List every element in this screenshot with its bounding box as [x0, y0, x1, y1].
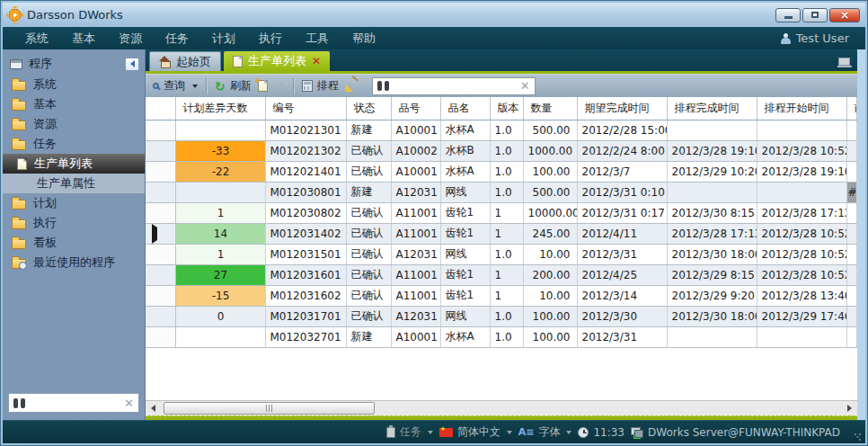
- cell-diff[interactable]: -33: [175, 140, 265, 161]
- cell-qty[interactable]: 10.00: [523, 244, 577, 264]
- cell-expected-finish[interactable]: 2012/3/31: [577, 326, 667, 347]
- cell-code[interactable]: M012032701: [265, 326, 346, 347]
- clear-search-icon[interactable]: ✕: [520, 80, 530, 92]
- edit-button[interactable]: [274, 80, 285, 93]
- cell-sched-finish[interactable]: [667, 120, 757, 140]
- cell-version[interactable]: 1.0: [490, 140, 523, 161]
- table-row[interactable]: -22M012021401已确认A10001水杯A1.0100.002012/3…: [146, 161, 856, 182]
- column-header[interactable]: 期望完成时间: [577, 97, 667, 120]
- cell-part-no[interactable]: A12031: [391, 306, 440, 326]
- cell-sched-start[interactable]: [757, 326, 846, 347]
- cell-sched-start[interactable]: 2012/3/29 17:46: [757, 306, 846, 326]
- cell-part-no[interactable]: A12031: [391, 244, 440, 264]
- cell-status[interactable]: 已确认: [346, 202, 391, 223]
- cell-status[interactable]: 已确认: [346, 285, 391, 306]
- cell-sched-start[interactable]: [757, 120, 846, 140]
- refresh-button[interactable]: ↻ 刷新: [215, 78, 252, 94]
- cell-part-name[interactable]: 水杯A: [440, 326, 490, 347]
- cell-extra[interactable]: [846, 326, 856, 347]
- cell-expected-finish[interactable]: 2012/3/30: [577, 306, 667, 326]
- cell-expected-finish[interactable]: 2012/2/24 8:00: [577, 140, 667, 161]
- cell-status[interactable]: 新建: [346, 120, 391, 140]
- menu-item[interactable]: 执行: [247, 27, 294, 49]
- sidebar-item[interactable]: 看板: [3, 233, 145, 253]
- cell-expected-finish[interactable]: 2012/3/14: [577, 285, 667, 306]
- cell-sched-finish[interactable]: 2012/3/30 18:00: [667, 244, 757, 264]
- title-bar[interactable]: Darsson DWorks ×: [3, 3, 865, 27]
- language-menu[interactable]: 简体中文: [439, 424, 512, 440]
- column-header[interactable]: 版本: [490, 97, 523, 120]
- scrollbar-thumb[interactable]: [164, 402, 375, 415]
- cell-sched-start[interactable]: 2012/3/28 17:13: [757, 202, 846, 223]
- cell-code[interactable]: M012021302: [265, 140, 346, 161]
- cell-expected-finish[interactable]: 2012/4/11: [577, 223, 667, 244]
- cell-code[interactable]: M012031402: [265, 223, 346, 244]
- table-row[interactable]: 27M012031601已确认A11001齿轮11200.002012/4/25…: [146, 264, 856, 285]
- cell-sched-finish[interactable]: 2012/3/29 10:20: [667, 161, 757, 182]
- cell-part-name[interactable]: 齿轮1: [440, 285, 490, 306]
- table-row[interactable]: -15M012031602已确认A11001齿轮1110.002012/3/14…: [146, 285, 856, 306]
- cell-sched-finish[interactable]: 2012/3/30 18:00: [667, 306, 757, 326]
- row-header-cell[interactable]: [146, 202, 175, 223]
- cell-extra[interactable]: [846, 264, 856, 285]
- cell-sched-start[interactable]: 2012/3/28 10:52: [757, 223, 846, 244]
- task-menu[interactable]: 任务: [386, 424, 433, 440]
- cell-diff[interactable]: 1: [175, 202, 265, 223]
- cell-extra[interactable]: [846, 285, 856, 306]
- cell-part-name[interactable]: 网线: [440, 306, 490, 326]
- cell-sched-finish[interactable]: 2012/3/29 9:20: [667, 285, 757, 306]
- cell-qty[interactable]: 10000.00: [523, 202, 577, 223]
- cell-status[interactable]: 已确认: [346, 161, 391, 182]
- font-menu[interactable]: A≡ 字体: [518, 424, 572, 440]
- cell-extra[interactable]: #: [846, 182, 856, 202]
- cell-version[interactable]: 1: [490, 264, 523, 285]
- cell-sched-finish[interactable]: 2012/3/29 8:15: [667, 264, 757, 285]
- cell-sched-finish[interactable]: 2012/3/28 17:13: [667, 223, 757, 244]
- schedule-button[interactable]: 排程: [302, 78, 339, 94]
- cell-part-no[interactable]: A10002: [391, 140, 440, 161]
- sidebar-item[interactable]: 执行: [3, 213, 145, 233]
- cell-extra[interactable]: [846, 202, 856, 223]
- sidebar-item[interactable]: 基本: [3, 94, 145, 114]
- column-header[interactable]: 品号: [391, 97, 440, 120]
- cell-part-name[interactable]: 齿轮1: [440, 223, 490, 244]
- cell-version[interactable]: 1.0: [490, 120, 523, 140]
- cell-status[interactable]: 已确认: [346, 140, 391, 161]
- cell-version[interactable]: 1.0: [490, 306, 523, 326]
- table-row[interactable]: 1M012031501已确认A12031网线1.010.002012/3/312…: [146, 244, 856, 264]
- table-row[interactable]: 14M012031402已确认A11001齿轮11245.002012/4/11…: [146, 223, 856, 244]
- cell-part-no[interactable]: A11001: [391, 223, 440, 244]
- cell-version[interactable]: 1.0: [490, 326, 523, 347]
- clear-search-icon[interactable]: ✕: [124, 397, 134, 409]
- cell-extra[interactable]: [846, 140, 856, 161]
- column-header[interactable]: 数量: [523, 97, 577, 120]
- tab-close-icon[interactable]: ✕: [312, 56, 321, 67]
- row-header-cell[interactable]: [146, 244, 175, 264]
- sidebar-item[interactable]: 生产单列表: [3, 154, 145, 174]
- menu-item[interactable]: 系统: [13, 27, 60, 49]
- row-header-cell[interactable]: [146, 326, 175, 347]
- restore-button[interactable]: [802, 8, 828, 22]
- cell-part-no[interactable]: A11001: [391, 264, 440, 285]
- cell-status[interactable]: 新建: [346, 326, 391, 347]
- cell-status[interactable]: 已确认: [346, 264, 391, 285]
- table-row[interactable]: M012032701新建A10001水杯A1.0100.002012/3/31: [146, 326, 856, 347]
- cell-sched-start[interactable]: 2012/3/28 10:52: [757, 264, 846, 285]
- cell-sched-finish[interactable]: [667, 326, 757, 347]
- cell-diff[interactable]: 1: [175, 244, 265, 264]
- cell-extra[interactable]: [846, 244, 856, 264]
- column-header[interactable]: 计划差异天数: [175, 97, 265, 120]
- cell-sched-finish[interactable]: [667, 182, 757, 202]
- column-header[interactable]: 品名: [440, 97, 490, 120]
- cell-status[interactable]: 新建: [346, 182, 391, 202]
- cell-status[interactable]: 已确认: [346, 223, 391, 244]
- cell-version[interactable]: 1.0: [490, 182, 523, 202]
- cell-part-name[interactable]: 网线: [440, 182, 490, 202]
- query-button[interactable]: 查询: [153, 78, 198, 94]
- menu-item[interactable]: 基本: [60, 27, 107, 49]
- row-header-cell[interactable]: [146, 140, 175, 161]
- cell-qty[interactable]: 200.00: [523, 264, 577, 285]
- menu-item[interactable]: 任务: [154, 27, 200, 49]
- cell-version[interactable]: 1: [490, 285, 523, 306]
- sidebar-item[interactable]: 最近使用的程序: [3, 253, 145, 272]
